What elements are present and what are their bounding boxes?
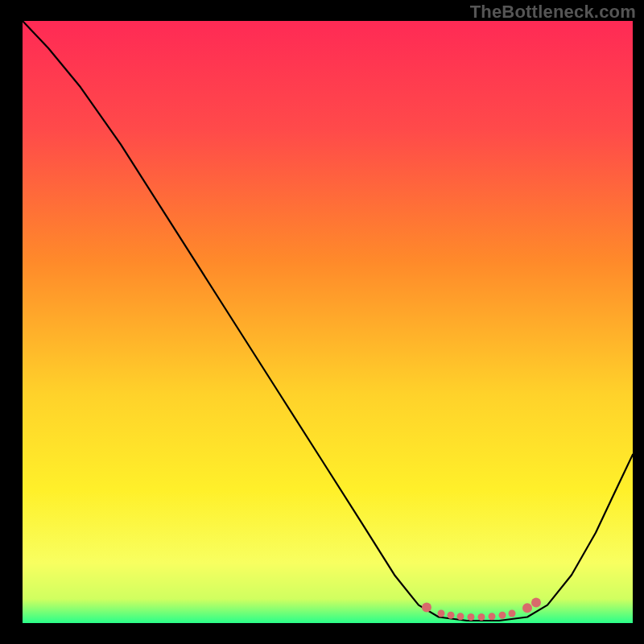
curve-marker — [531, 598, 541, 608]
curve-marker — [499, 612, 506, 619]
curve-marker — [478, 613, 485, 621]
curve-marker — [509, 610, 516, 617]
curve-marker — [522, 603, 532, 613]
curve-marker — [422, 603, 431, 613]
watermark-text: TheBottleneck.com — [470, 2, 636, 23]
curve-marker — [448, 612, 455, 619]
chart-container: TheBottleneck.com — [0, 0, 644, 644]
curve-marker — [489, 613, 496, 620]
plot-background — [23, 21, 633, 623]
curve-marker — [457, 613, 464, 620]
bottleneck-chart — [0, 0, 644, 644]
curve-marker — [468, 613, 475, 621]
curve-marker — [438, 610, 445, 617]
